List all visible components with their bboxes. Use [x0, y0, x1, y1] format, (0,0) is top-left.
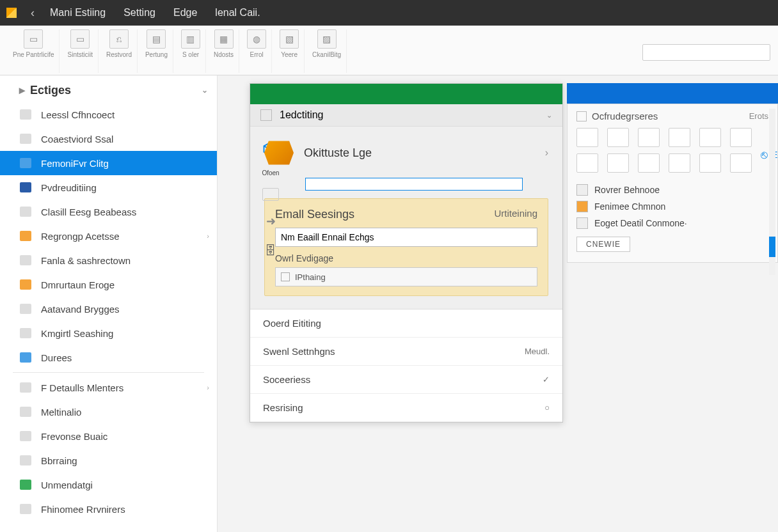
settings-dialog: 1edctiting ⌄ Ofoen ➜ 🗄 Okittuste Lge ›	[250, 83, 563, 423]
chevron-right-icon: ›	[207, 232, 209, 240]
ribbon-icon[interactable]: ⎌	[109, 29, 129, 49]
pane-link[interactable]: Rovrer Behnooe	[576, 182, 768, 198]
header-icon	[260, 109, 272, 121]
sidebar-item[interactable]: Meltinalio	[0, 400, 217, 424]
sidebar-item-label: Aatavand Brygges	[41, 304, 120, 315]
protocol-combo[interactable]: IPthaing	[275, 267, 537, 286]
sidebar-item-icon	[19, 132, 32, 145]
pane-link[interactable]: Eoget Deatil Conmone·	[576, 215, 768, 231]
grid-tile[interactable]	[699, 128, 721, 147]
create-button[interactable]: CNEWIE	[576, 237, 630, 252]
menu-item[interactable]: Setting	[116, 4, 163, 21]
ribbon-label: Sintsticiit	[67, 51, 92, 58]
grid-tile[interactable]	[730, 153, 752, 173]
menu-item[interactable]: Edge	[166, 4, 205, 21]
scrollbar-thumb[interactable]	[769, 237, 775, 257]
sidebar-item-label: Leessl Cfhncoect	[41, 109, 115, 120]
sidebar-item[interactable]: Fhinomee Rrvnirers	[0, 497, 217, 521]
sidebar-item-label: Fanla & sashrectown	[41, 255, 131, 266]
sidebar-item-icon	[19, 254, 32, 267]
slim-input[interactable]	[305, 178, 523, 191]
briefcase-icon[interactable]: 🗄	[262, 242, 280, 260]
ribbon-search-input[interactable]	[642, 44, 770, 61]
ribbon-icon[interactable]: ▭	[70, 29, 90, 49]
arrow-icon[interactable]: ➜	[262, 212, 280, 230]
grid-tile[interactable]	[699, 153, 721, 173]
menu-item[interactable]: lenal Caii.	[207, 4, 267, 21]
pane-accent-bar	[567, 83, 778, 104]
list-row[interactable]: Ooerd Eititing	[250, 309, 562, 338]
sidebar-header[interactable]: ▸ Ectiges ⌄	[0, 79, 217, 102]
sidebar-item[interactable]: Dmrurtaun Eroge	[0, 272, 217, 297]
grid-tile[interactable]	[638, 153, 660, 173]
sidebar-item[interactable]: Pvdreuditiing	[0, 175, 217, 199]
sidebar-item[interactable]: Leessl Cfhncoect	[0, 102, 217, 127]
sidebar-item-label: Unmendatgi	[41, 480, 93, 490]
grid-tile[interactable]	[730, 128, 752, 147]
grid-tile[interactable]	[607, 153, 629, 173]
ribbon-icon[interactable]: ▨	[317, 29, 337, 49]
list-row[interactable]: Resrising○	[250, 394, 562, 422]
grid-tile[interactable]	[576, 128, 598, 147]
sidebar-item[interactable]: Durees	[0, 345, 217, 370]
list-row[interactable]: Swenl SettnhgnsMeudl.	[250, 338, 562, 366]
sidebar-item-icon	[19, 302, 32, 315]
icon-grid	[576, 128, 752, 173]
ribbon-label: Pertung	[145, 51, 168, 58]
sidebar-item-icon	[19, 381, 32, 394]
sidebar-item[interactable]: F Detaulls Mlenters›	[0, 375, 217, 400]
app-logo-icon	[6, 8, 17, 18]
email-name-input[interactable]	[275, 228, 537, 247]
grid-tile[interactable]	[576, 153, 598, 173]
grid-tile[interactable]	[638, 128, 660, 147]
chevron-right-icon[interactable]: ›	[545, 147, 548, 159]
sidebar-item[interactable]: Unmendatgi	[0, 473, 217, 497]
ribbon-icon[interactable]: ▭	[24, 29, 43, 49]
ribbon-icon[interactable]: ▦	[214, 29, 234, 49]
sidebar-item-label: Regrongp Acetsse	[41, 231, 120, 242]
sidebar-item-icon	[19, 503, 32, 515]
sidebar-item[interactable]: Kmgirtl Seashing	[0, 321, 217, 345]
card-icon[interactable]	[262, 188, 279, 201]
ribbon-icon[interactable]: ▥	[181, 29, 200, 49]
list-row[interactable]: Soceeriess✓	[250, 366, 562, 394]
ribbon-label: Yeere	[281, 51, 298, 58]
sidebar-item-icon	[19, 278, 32, 291]
ribbon-icon[interactable]: ▧	[280, 29, 299, 49]
sidebar-item[interactable]: Aatavand Brygges	[0, 297, 217, 321]
sidebar-item-label: FemoniFvr Clitg	[41, 158, 109, 169]
product-logo-icon	[264, 138, 294, 168]
ribbon-icon[interactable]: ◍	[247, 29, 266, 49]
sidebar-item-label: Clasill Eesg Beabeass	[41, 207, 136, 217]
sidebar-item-icon	[19, 405, 32, 418]
scrollbar[interactable]	[769, 109, 775, 275]
ribbon-icon[interactable]: ▤	[147, 29, 166, 49]
chevron-down-icon[interactable]: ⌄	[546, 111, 552, 120]
sidebar-item[interactable]: Bbrraing	[0, 448, 217, 473]
sidebar-item-icon	[19, 157, 32, 169]
panel-subtitle: Urtiteining	[494, 208, 537, 221]
grid-tile[interactable]	[669, 128, 690, 147]
sidebar-item[interactable]: Fanla & sashrectown	[0, 248, 217, 272]
ribbon-toolbar: ▭Pne Pantrlicife ▭Sintsticiit ⎌Restvord …	[0, 26, 778, 75]
chevron-down-icon: ⌄	[202, 86, 208, 95]
combo-label: IPthaing	[295, 272, 326, 282]
sidebar-item[interactable]: Frevonse Buaic	[0, 424, 217, 448]
sidebar-item-label: F Detaulls Mlenters	[41, 382, 123, 393]
sidebar-item-icon	[19, 327, 32, 340]
sidebar-item[interactable]: Regrongp Acetsse›	[0, 224, 217, 248]
sidebar-item-icon	[19, 230, 32, 242]
sidebar-item-label: Bbrraing	[41, 455, 77, 466]
grid-tile[interactable]	[669, 153, 690, 173]
pane-link[interactable]: Fenimee Chmnon	[576, 198, 768, 215]
menu-item[interactable]: Mani Estiing	[42, 4, 113, 21]
sidebar-item[interactable]: FemoniFvr Clitg	[0, 151, 217, 175]
sidebar-item[interactable]: Clasill Eesg Beabeass	[0, 199, 217, 224]
sidebar-item[interactable]: Coaestviord Ssal	[0, 127, 217, 151]
back-button[interactable]: ‹	[26, 6, 40, 20]
ribbon-label: S oler	[182, 51, 199, 58]
grid-tile[interactable]	[607, 128, 629, 147]
pane-header: Ocfrudegrseres	[592, 111, 658, 121]
ribbon-label: Errol	[250, 51, 264, 58]
ribbon-label: Ndosts	[214, 51, 234, 58]
